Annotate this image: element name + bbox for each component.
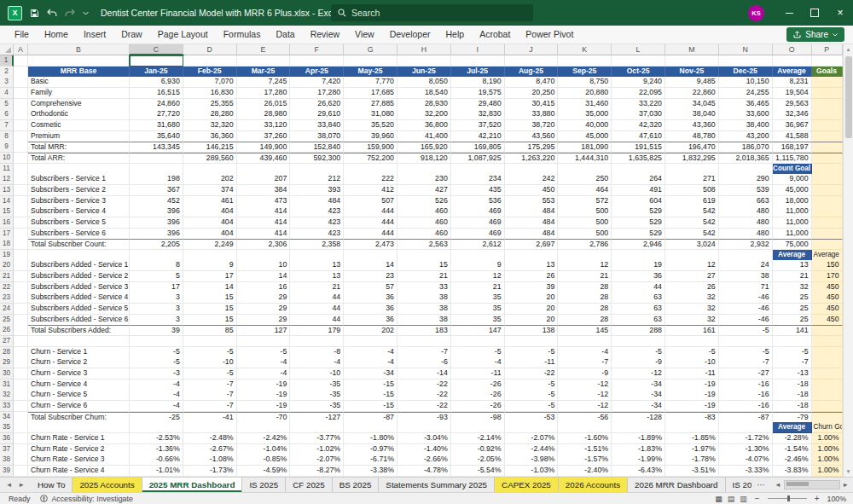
cell[interactable]: 28,980 (237, 109, 291, 120)
cell[interactable]: 1,263,220 (505, 153, 559, 164)
cell[interactable] (14, 206, 28, 217)
cell[interactable]: -4 (344, 357, 397, 368)
cell[interactable] (451, 422, 505, 433)
cell[interactable]: -4 (558, 347, 612, 358)
cell[interactable]: 2,563 (397, 239, 451, 250)
cell[interactable]: 542 (665, 229, 719, 240)
cell[interactable] (612, 164, 665, 175)
cell[interactable]: 480 (719, 229, 773, 240)
cell[interactable]: 26,015 (237, 99, 291, 110)
cell[interactable]: 1.00% (812, 466, 843, 477)
cell[interactable]: 396 (130, 217, 183, 229)
cell[interactable] (14, 412, 28, 423)
cell[interactable]: 289,560 (183, 153, 237, 164)
cell[interactable] (812, 99, 843, 110)
row-header-18[interactable]: 18 (0, 239, 14, 250)
row-header-9[interactable]: 9 (0, 142, 14, 153)
cell[interactable]: 7,420 (290, 77, 344, 88)
cell[interactable] (237, 55, 291, 67)
cell[interactable]: -7 (183, 390, 237, 401)
cell[interactable] (812, 164, 843, 175)
ribbon-tab-view[interactable]: View (347, 26, 382, 43)
cell[interactable]: -34 (612, 390, 665, 401)
cell[interactable]: Total Subscriber Count: (28, 239, 130, 250)
cell[interactable]: 7,770 (344, 77, 397, 88)
cell[interactable] (344, 336, 397, 347)
cell[interactable] (812, 131, 843, 142)
cell[interactable]: 553 (505, 196, 559, 207)
sheet-tab-bs-2025[interactable]: BS 2025 (333, 478, 380, 492)
cell[interactable]: 37,260 (237, 131, 291, 142)
column-header-k[interactable]: K (558, 44, 612, 55)
cell[interactable] (558, 164, 612, 175)
cell[interactable]: 45,000 (773, 185, 812, 196)
cell[interactable]: 2,697 (505, 239, 559, 250)
cell[interactable]: Subscribers Added - Service 2 (28, 271, 130, 282)
cell[interactable] (28, 336, 130, 347)
cell[interactable] (14, 304, 28, 315)
hscroll-left-arrow[interactable]: ◄ (775, 481, 780, 489)
sheet-tab-prev-arrow[interactable]: ◄ (6, 481, 12, 489)
cell[interactable]: 3 (130, 293, 183, 304)
cell[interactable]: Average (773, 422, 812, 433)
cell[interactable] (397, 250, 451, 261)
cell[interactable]: 9,240 (612, 77, 665, 88)
cell[interactable]: -0.92% (451, 444, 505, 455)
cell[interactable]: Subscribers Added - Service 6 (28, 315, 130, 326)
cell[interactable]: 3 (130, 315, 183, 326)
cell[interactable]: -2.07% (505, 433, 559, 444)
cell[interactable]: 150 (812, 260, 843, 271)
cell[interactable]: 752,200 (344, 153, 397, 164)
cell[interactable] (505, 164, 559, 175)
cell[interactable]: 529 (612, 206, 665, 217)
cell[interactable]: 36,800 (397, 120, 451, 131)
cell[interactable]: -1.89% (612, 433, 665, 444)
cell[interactable]: -18 (773, 379, 812, 391)
cell[interactable]: -128 (612, 412, 665, 423)
cell[interactable]: 175,295 (505, 142, 559, 153)
cell[interactable] (505, 336, 559, 347)
cell[interactable]: 33,600 (719, 109, 773, 120)
cell[interactable]: Comprehensive (28, 99, 130, 110)
cell[interactable]: -1.51% (558, 444, 612, 455)
cell[interactable] (812, 153, 843, 164)
column-header-c[interactable]: C (130, 44, 183, 55)
scroll-up-arrow[interactable]: ▲ (844, 44, 853, 55)
cell[interactable]: 29 (237, 304, 291, 315)
cell[interactable]: 2,612 (451, 239, 505, 250)
column-header-b[interactable]: B (28, 44, 130, 55)
cell[interactable]: 526 (397, 196, 451, 207)
cell[interactable]: 13 (290, 271, 344, 282)
cell[interactable]: 28 (558, 293, 612, 304)
column-header-i[interactable]: I (451, 44, 505, 55)
cell[interactable]: -93 (397, 412, 451, 423)
cell[interactable]: 2,205 (130, 239, 183, 250)
cell[interactable]: 11,000 (773, 206, 812, 217)
cell[interactable]: 222 (344, 174, 397, 185)
redo-button[interactable] (65, 9, 75, 17)
cell[interactable]: Churn Rate - Service 3 (28, 455, 130, 466)
row-header-25[interactable]: 25 (0, 315, 14, 326)
cell[interactable] (665, 422, 719, 433)
cell[interactable] (397, 55, 451, 67)
cell[interactable] (14, 293, 28, 304)
cell[interactable]: 44 (290, 304, 344, 315)
cell[interactable] (14, 174, 28, 185)
cell[interactable] (130, 164, 183, 175)
cell[interactable]: 19,504 (773, 88, 812, 99)
cell[interactable]: 26,620 (290, 99, 344, 110)
cell[interactable]: 17 (183, 271, 237, 282)
cell[interactable]: 28 (558, 315, 612, 326)
cell[interactable] (290, 422, 344, 433)
zoom-out-button[interactable]: − (755, 494, 760, 503)
row-header-8[interactable]: 8 (0, 131, 14, 142)
cell[interactable]: 396 (130, 229, 183, 240)
cell[interactable]: 450 (812, 304, 843, 315)
sheet-tab-2025-accounts[interactable]: 2025 Accounts (73, 478, 142, 492)
cell[interactable] (812, 239, 843, 250)
cell[interactable]: 27 (665, 271, 719, 282)
cell[interactable] (14, 347, 28, 358)
cell[interactable] (719, 250, 773, 261)
cell[interactable] (812, 109, 843, 120)
cell[interactable]: -87 (719, 412, 773, 423)
